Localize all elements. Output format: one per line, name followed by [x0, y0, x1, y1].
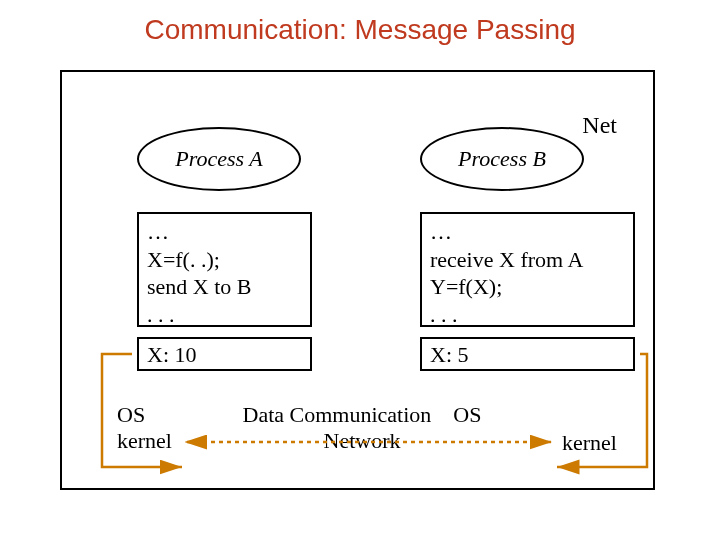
- diagram-title: Communication: Message Passing: [0, 14, 720, 46]
- diagram-canvas: Communication: Message Passing Net Proce…: [0, 0, 720, 540]
- os-kernel-label-b: kernel: [562, 430, 617, 456]
- process-a-code: … X=f(. .); send X to B . . .: [137, 212, 312, 327]
- process-a-xvalue: X: 10: [137, 337, 312, 371]
- process-b-code: … receive X from A Y=f(X); . . .: [420, 212, 635, 327]
- process-b-name: Process B: [458, 146, 546, 172]
- data-communication-label: Data Communication OS Network: [232, 402, 492, 454]
- process-a-name: Process A: [175, 146, 262, 172]
- process-b-ellipse: Process B: [420, 127, 584, 191]
- process-a-ellipse: Process A: [137, 127, 301, 191]
- os-kernel-label-a: OS kernel: [117, 402, 172, 454]
- net-label: Net: [582, 112, 617, 139]
- process-b-xvalue: X: 5: [420, 337, 635, 371]
- system-frame: Net Process A Process B … X=f(. .); send…: [60, 70, 655, 490]
